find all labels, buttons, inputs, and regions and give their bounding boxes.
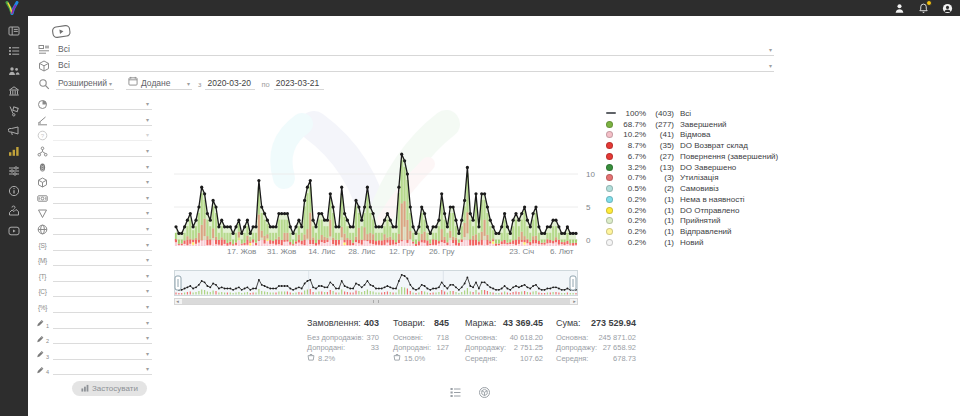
legend-line-swatch — [606, 112, 616, 114]
search-row: Розширений Додане з 2020-03-20 по 2023-0… — [38, 75, 324, 90]
topbar-actions — [893, 0, 954, 16]
company-icon[interactable] — [8, 84, 21, 97]
scroll-left-icon[interactable]: ◂ — [174, 298, 181, 305]
chevron-down-icon — [146, 209, 149, 217]
legend-percent: 68.7% — [620, 120, 646, 129]
legend-count: (13) — [646, 163, 674, 172]
chevron-down-icon — [146, 194, 149, 202]
legend-dot-swatch — [606, 217, 613, 224]
brush-handle-right[interactable] — [570, 276, 576, 290]
status-filter[interactable]: Всі — [38, 41, 774, 56]
logistics-icon[interactable] — [8, 104, 21, 117]
legend-dot-swatch — [606, 185, 613, 192]
orders-list-icon[interactable] — [450, 384, 461, 395]
chevron-down-icon — [146, 256, 149, 264]
date-to-input[interactable]: 2023-03-21 — [274, 78, 324, 90]
legend-percent: 0.2% — [620, 216, 646, 225]
scroll-right-icon[interactable]: ▸ — [571, 298, 578, 305]
search-icon[interactable] — [38, 78, 51, 90]
utm-param-icon: {C} — [38, 288, 46, 295]
legend-item[interactable]: 0.2%(1)Прийнятий — [606, 216, 806, 227]
stat-sub-label: Основна: — [556, 333, 588, 342]
legend-label: DO Возврат склад — [680, 141, 748, 150]
orders-chart[interactable] — [174, 106, 578, 252]
bell-icon[interactable] — [917, 2, 930, 15]
legend-item[interactable]: 3.2%(13)DO Завершено — [606, 162, 806, 173]
legend-item[interactable]: 0.5%(2)Самовивіз — [606, 183, 806, 194]
legend-item[interactable]: 0.2%(1)Новий — [606, 237, 806, 248]
stat-column: Маржа:43 369.45Основна:40 618.20Допродаж… — [465, 318, 543, 364]
chevron-down-icon — [146, 287, 149, 295]
x-tick-label: 23. Січ — [509, 247, 534, 256]
legend-percent: 8.7% — [620, 141, 646, 150]
legend-item[interactable]: 10.2%(41)Відмова — [606, 130, 806, 141]
date-field-value: Додане — [141, 78, 171, 88]
marketing-icon[interactable] — [8, 124, 21, 137]
legend-item[interactable]: 0.7%(3)Утилізація — [606, 173, 806, 184]
dashboard-icon[interactable] — [8, 24, 21, 37]
stat-column: Товари:845Основні:718Допродані:12715.0% — [393, 318, 449, 364]
statistics-icon[interactable] — [8, 144, 21, 157]
upsell-bag-icon — [307, 353, 315, 363]
partners-icon[interactable] — [8, 204, 21, 217]
legend-percent: 0.7% — [620, 173, 646, 182]
chevron-down-icon — [146, 163, 149, 171]
legend-dot-swatch — [606, 228, 613, 235]
brush-handle-left[interactable] — [175, 276, 181, 290]
scrollbar-thumb[interactable] — [182, 299, 570, 304]
legend-item[interactable]: 68.7%(277)Завершений — [606, 119, 806, 130]
legend-percent: 0.5% — [620, 184, 646, 193]
legend-percent: 100% — [620, 109, 646, 118]
legend-label: Відмова — [680, 130, 710, 139]
legend-item[interactable]: 6.7%(27)Повернення (завершений) — [606, 151, 806, 162]
customers-icon[interactable] — [8, 64, 21, 77]
legend-dot-swatch — [606, 164, 613, 171]
structure-icon — [36, 146, 49, 157]
orders-icon[interactable] — [8, 44, 21, 57]
chart-minimap[interactable] — [174, 270, 578, 296]
chevron-down-icon — [769, 62, 772, 70]
legend-item[interactable]: 8.7%(35)DO Возврат склад — [606, 140, 806, 151]
chart-scrollbar[interactable]: ◂ ▸ — [174, 298, 578, 305]
tutorials-icon[interactable] — [8, 224, 21, 237]
legend-count: (1) — [646, 227, 674, 236]
date-field-dropdown[interactable]: Додане — [126, 76, 192, 90]
legend-label: Прийнятий — [680, 216, 721, 225]
product-filter[interactable]: Всі — [38, 57, 774, 72]
stat-title: Сума: — [556, 318, 581, 328]
legend-percent: 10.2% — [620, 130, 646, 139]
avatar-icon[interactable] — [941, 2, 954, 15]
stat-value: 403 — [364, 318, 379, 328]
legend-label: Всі — [680, 109, 691, 118]
legend-label: Завершений — [680, 120, 727, 129]
status-legend: 100%(403)Всі68.7%(277)Завершений10.2%(41… — [606, 108, 806, 248]
legend-item[interactable]: 0.2%(1)Нема в наявності — [606, 194, 806, 205]
legend-item[interactable]: 0.2%(1)Відправлений — [606, 226, 806, 237]
user-icon[interactable] — [893, 2, 906, 15]
apply-button[interactable]: Застосувати — [72, 381, 147, 396]
legend-dot-swatch — [606, 153, 613, 160]
date-from-value: 2020-03-20 — [207, 78, 250, 88]
stat-value: 273 529.94 — [591, 318, 636, 328]
utm-param-icon: {T} — [39, 273, 46, 280]
legend-item[interactable]: 0.2%(1)DO Отправлено — [606, 205, 806, 216]
stat-sub-value: 107.62 — [520, 354, 543, 363]
automation-icon[interactable] — [8, 164, 21, 177]
stat-sub-value: 245 871.02 — [598, 333, 636, 342]
app-logo-icon[interactable] — [4, 1, 20, 15]
stat-title: Маржа: — [465, 318, 496, 328]
chevron-down-icon — [146, 303, 149, 311]
legend-item[interactable]: 100%(403)Всі — [606, 108, 806, 119]
funnel-icon — [36, 208, 49, 219]
search-mode-dropdown[interactable]: Розширений — [56, 78, 114, 90]
info-icon[interactable] — [8, 184, 21, 197]
calendar-icon — [128, 76, 138, 88]
stat-sub-value: 33 — [371, 343, 379, 352]
y-tick-label: 10 — [586, 170, 595, 179]
date-from-input[interactable]: 2020-03-20 — [205, 78, 255, 90]
utm-param-icon: {%} — [38, 304, 47, 311]
legend-count: (27) — [646, 152, 674, 161]
products-icon[interactable] — [479, 384, 490, 395]
area-chart-icon — [36, 115, 49, 126]
stat-sub-label: Допродані: — [393, 343, 431, 352]
